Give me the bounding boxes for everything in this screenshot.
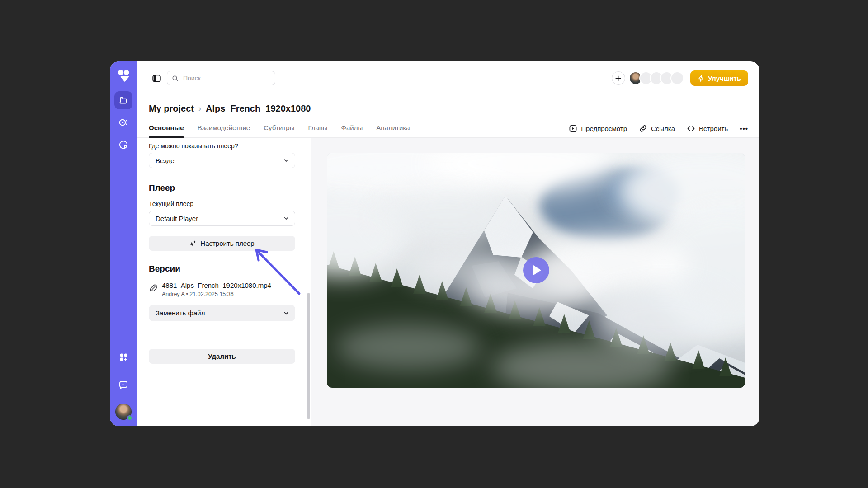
user-avatar[interactable]: [115, 404, 132, 420]
app-window: Улучшить My project › Alps_French_1920x1…: [110, 61, 760, 426]
guide-circle-icon: [118, 139, 129, 150]
lightning-bolt-icon: [698, 75, 704, 82]
settings-panel: Где можно показывать плеер? Везде Плеер …: [137, 138, 311, 426]
player-section-title: Плеер: [149, 183, 295, 193]
play-button[interactable]: [523, 257, 549, 283]
visibility-select[interactable]: Везде: [149, 153, 295, 168]
tab-analytics[interactable]: Аналитика: [376, 124, 410, 137]
breadcrumb-separator: ›: [198, 104, 201, 113]
current-player-label: Текущий плеер: [149, 200, 295, 207]
panel-scrollbar-thumb[interactable]: [307, 293, 310, 419]
member-avatar-placeholder[interactable]: [670, 71, 684, 85]
paperclip-icon: [149, 284, 158, 293]
add-member-button[interactable]: [612, 71, 625, 85]
preview-button[interactable]: Предпросмотр: [569, 124, 627, 133]
tab-main[interactable]: Основные: [149, 124, 184, 137]
code-brackets-icon: [687, 124, 695, 133]
breadcrumb-project-link[interactable]: My project: [149, 103, 194, 114]
search-box: [167, 71, 275, 85]
configure-player-button[interactable]: Настроить плеер: [149, 236, 295, 251]
version-file-meta: Andrey A • 21.02.2025 15:36: [162, 291, 271, 297]
preview-pane: [311, 138, 760, 426]
topbar-right: Улучшить: [612, 70, 748, 86]
tab-files[interactable]: Файлы: [341, 124, 363, 137]
chevron-down-icon: [283, 310, 289, 316]
current-player-select[interactable]: Default Player: [149, 211, 295, 226]
sidebar-toggle-icon[interactable]: [151, 73, 162, 84]
preview-play-icon: [569, 124, 577, 133]
upgrade-button[interactable]: Улучшить: [690, 70, 748, 86]
sidebar-item-projects[interactable]: [114, 91, 132, 109]
version-file-name: 4881_Alps_French_1920x1080.mp4: [162, 282, 271, 289]
divider: [149, 334, 295, 334]
search-input[interactable]: [182, 74, 270, 82]
sidebar-item-live[interactable]: [114, 113, 132, 131]
versions-section-title: Версии: [149, 264, 295, 274]
apps-grid-plus-icon: [118, 352, 129, 363]
visibility-label: Где можно показывать плеер?: [149, 142, 295, 150]
member-avatar-stack: [629, 71, 684, 85]
video-thumbnail[interactable]: [327, 153, 745, 388]
copy-link-button[interactable]: Ссылка: [639, 124, 675, 133]
sidebar-bottom: [114, 348, 132, 420]
sidebar-item-apps[interactable]: [114, 348, 132, 366]
more-menu-button[interactable]: •••: [740, 125, 748, 132]
tabs-row: Основные Взаимодействие Субтитры Главы Ф…: [137, 118, 760, 138]
app-logo-icon[interactable]: [116, 69, 131, 83]
tab-subtitles[interactable]: Субтитры: [264, 124, 294, 137]
topbar: Улучшить: [151, 69, 748, 87]
live-stream-icon: [118, 117, 129, 128]
page-title: Alps_French_1920x1080: [206, 103, 311, 114]
search-icon: [172, 75, 179, 82]
content: Где можно показывать плеер? Везде Плеер …: [137, 138, 760, 426]
chevron-down-icon: [283, 215, 289, 221]
sparkles-icon: [189, 240, 197, 247]
play-triangle-icon: [533, 265, 541, 275]
chevron-down-icon: [283, 157, 289, 164]
sidebar-item-support-chat[interactable]: [114, 376, 132, 394]
tab-interaction[interactable]: Взаимодействие: [198, 124, 250, 137]
desktop: { "topbar": { "search_placeholder": "Пои…: [0, 0, 868, 488]
folder-icon: [118, 95, 129, 106]
embed-button[interactable]: Встроить: [687, 124, 728, 133]
sidebar-item-guide[interactable]: [114, 136, 132, 154]
breadcrumb: My project › Alps_French_1920x1080: [149, 103, 748, 114]
chat-bubble-icon: [118, 379, 129, 391]
online-status-dot: [127, 415, 132, 421]
delete-button[interactable]: Удалить: [149, 349, 295, 364]
replace-file-dropdown[interactable]: Заменить файл: [149, 305, 295, 321]
tab-chapters[interactable]: Главы: [308, 124, 327, 137]
tabs: Основные Взаимодействие Субтитры Главы Ф…: [149, 124, 410, 137]
sidebar: [110, 61, 137, 426]
header-actions: Предпросмотр Ссылка: [569, 124, 748, 137]
version-file-row[interactable]: 4881_Alps_French_1920x1080.mp4 Andrey A …: [149, 282, 295, 297]
main-area: Улучшить My project › Alps_French_1920x1…: [137, 61, 760, 426]
link-icon: [639, 124, 647, 133]
